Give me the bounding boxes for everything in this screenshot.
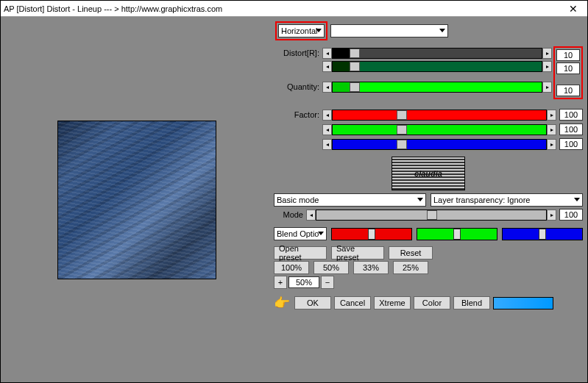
window-title: AP [Distort] Distort - Lineup --- > http…: [4, 4, 562, 13]
mode-slider[interactable]: ◂ ▸: [306, 210, 556, 221]
blend-green-slider[interactable]: [417, 228, 497, 240]
factor-g-value[interactable]: 100: [559, 124, 583, 135]
preview-area: [2, 18, 271, 381]
arrow-right-icon[interactable]: ▸: [542, 61, 552, 72]
arrow-right-icon[interactable]: ▸: [547, 110, 556, 121]
blend-blue-slider[interactable]: [502, 228, 583, 240]
zoom-100-button[interactable]: 100%: [274, 261, 309, 274]
titlebar: AP [Distort] Distort - Lineup --- > http…: [1, 1, 587, 17]
factor-b-slider[interactable]: ◂ ▸: [322, 139, 556, 150]
blend-option-dropdown[interactable]: Blend Optio: [274, 227, 327, 240]
factor-b-value[interactable]: 100: [559, 138, 583, 150]
xtreme-button[interactable]: Xtreme: [374, 296, 411, 309]
distort-r-slider[interactable]: ◂ ▸: [322, 48, 552, 59]
mode-slider-label: Mode: [274, 210, 303, 219]
open-preset-button[interactable]: Open preset: [274, 246, 327, 259]
arrow-left-icon[interactable]: ◂: [322, 48, 332, 59]
reset-button[interactable]: Reset: [389, 246, 433, 259]
zoom-out-button[interactable]: −: [321, 276, 334, 289]
arrow-right-icon[interactable]: ▸: [542, 48, 552, 59]
zoom-50-button[interactable]: 50%: [314, 261, 349, 274]
arrow-left-icon[interactable]: ◂: [322, 110, 332, 121]
arrow-right-icon[interactable]: ▸: [547, 210, 556, 221]
blend-button[interactable]: Blend: [453, 296, 490, 309]
factor-label: Factor:: [274, 110, 319, 119]
factor-g-slider[interactable]: ◂ ▸: [322, 124, 556, 135]
distort-r-value[interactable]: 10: [556, 49, 580, 61]
quantity-slider[interactable]: ◂ ▸: [322, 82, 552, 93]
zoom-value[interactable]: 50%: [288, 276, 319, 288]
factor-r-value[interactable]: 100: [559, 109, 583, 121]
arrow-left-icon[interactable]: ◂: [306, 210, 316, 221]
layer-dropdown[interactable]: Layer transparency: Ignore: [431, 193, 583, 207]
direction-value: Horizontal: [281, 26, 318, 35]
preview-image[interactable]: [57, 121, 216, 279]
cancel-button[interactable]: Cancel: [334, 296, 371, 309]
arrow-left-icon[interactable]: ◂: [322, 139, 332, 150]
color-button[interactable]: Color: [414, 296, 450, 309]
arrow-right-icon[interactable]: ▸: [547, 124, 556, 135]
distort-label: Distort[R]:: [274, 49, 319, 57]
ok-button[interactable]: OK: [294, 296, 331, 309]
zoom-in-button[interactable]: +: [274, 276, 287, 289]
close-button[interactable]: ✕: [562, 2, 584, 15]
save-preset-button[interactable]: Save preset: [331, 246, 384, 259]
blend-red-slider[interactable]: [331, 228, 412, 240]
color-swatch[interactable]: [493, 297, 553, 309]
arrow-right-icon[interactable]: ▸: [542, 82, 552, 93]
quantity-value[interactable]: 10: [556, 85, 580, 96]
arrow-left-icon[interactable]: ◂: [322, 61, 332, 72]
mode-dropdown[interactable]: Basic mode: [274, 193, 426, 207]
zoom-25-button[interactable]: 25%: [393, 261, 428, 274]
distort-g-slider[interactable]: ◂ ▸: [322, 61, 552, 72]
mode-value[interactable]: 100: [559, 209, 583, 221]
pointer-icon: 👉: [274, 295, 291, 311]
direction-dropdown[interactable]: Horizontal: [278, 24, 325, 37]
distort-g-value[interactable]: 10: [556, 62, 580, 74]
secondary-dropdown[interactable]: [330, 24, 448, 37]
controls-panel: Horizontal Distort[R]: ◂ ▸: [271, 18, 586, 381]
quantity-label: Quantity:: [274, 82, 319, 91]
factor-r-slider[interactable]: ◂ ▸: [322, 110, 556, 121]
arrow-left-icon[interactable]: ◂: [322, 82, 332, 93]
logo: claudia: [392, 157, 465, 190]
arrow-right-icon[interactable]: ▸: [547, 139, 556, 150]
arrow-left-icon[interactable]: ◂: [322, 124, 332, 135]
main-panel: Horizontal Distort[R]: ◂ ▸: [1, 17, 587, 382]
zoom-33-button[interactable]: 33%: [353, 261, 389, 274]
